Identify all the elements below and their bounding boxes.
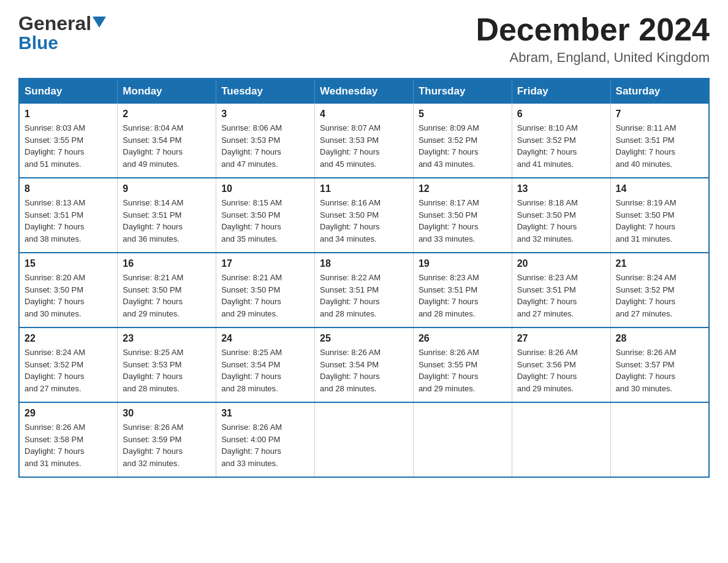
day-info: Sunrise: 8:20 AM Sunset: 3:50 PM Dayligh…: [25, 272, 112, 320]
col-friday: Friday: [512, 79, 610, 104]
sunrise-label: Sunrise: 8:26 AM: [320, 348, 381, 357]
daylight-label: Daylight: 7 hours: [123, 297, 183, 306]
table-row: 14 Sunrise: 8:19 AM Sunset: 3:50 PM Dayl…: [610, 178, 709, 253]
daylight-minutes: and 29 minutes.: [123, 309, 180, 318]
day-info: Sunrise: 8:15 AM Sunset: 3:50 PM Dayligh…: [221, 197, 309, 245]
daylight-minutes: and 27 minutes.: [517, 309, 574, 318]
day-number: 1: [25, 109, 112, 120]
daylight-label: Daylight: 7 hours: [419, 222, 479, 231]
table-row: 18 Sunrise: 8:22 AM Sunset: 3:51 PM Dayl…: [315, 253, 414, 327]
sunrise-label: Sunrise: 8:09 AM: [419, 123, 479, 132]
table-row: 30 Sunrise: 8:26 AM Sunset: 3:59 PM Dayl…: [118, 402, 216, 477]
sunrise-label: Sunrise: 8:06 AM: [221, 123, 282, 132]
table-row: 7 Sunrise: 8:11 AM Sunset: 3:51 PM Dayli…: [610, 104, 709, 178]
day-info: Sunrise: 8:26 AM Sunset: 3:54 PM Dayligh…: [320, 347, 408, 394]
daylight-minutes: and 36 minutes.: [123, 234, 180, 243]
daylight-label: Daylight: 7 hours: [320, 297, 380, 306]
daylight-minutes: and 27 minutes.: [25, 384, 82, 393]
col-saturday: Saturday: [610, 79, 709, 104]
day-info: Sunrise: 8:13 AM Sunset: 3:51 PM Dayligh…: [25, 197, 112, 245]
table-row: 27 Sunrise: 8:26 AM Sunset: 3:56 PM Dayl…: [512, 327, 610, 402]
day-number: 5: [419, 109, 507, 120]
sunrise-label: Sunrise: 8:03 AM: [25, 123, 85, 132]
sunset-label: Sunset: 3:52 PM: [25, 360, 83, 369]
daylight-minutes: and 33 minutes.: [419, 234, 476, 243]
daylight-minutes: and 45 minutes.: [320, 159, 377, 169]
day-info: Sunrise: 8:26 AM Sunset: 3:56 PM Dayligh…: [517, 347, 605, 394]
daylight-minutes: and 41 minutes.: [517, 159, 574, 169]
day-number: 10: [221, 183, 309, 194]
daylight-label: Daylight: 7 hours: [616, 297, 676, 306]
daylight-label: Daylight: 7 hours: [25, 147, 85, 156]
sunrise-label: Sunrise: 8:13 AM: [25, 198, 85, 207]
daylight-minutes: and 29 minutes.: [221, 309, 278, 318]
daylight-minutes: and 32 minutes.: [517, 234, 574, 243]
table-row: 20 Sunrise: 8:23 AM Sunset: 3:51 PM Dayl…: [512, 253, 610, 327]
daylight-minutes: and 29 minutes.: [419, 384, 476, 393]
sunset-label: Sunset: 3:55 PM: [419, 360, 477, 369]
day-info: Sunrise: 8:06 AM Sunset: 3:53 PM Dayligh…: [221, 122, 309, 170]
day-number: 20: [517, 258, 605, 269]
day-info: Sunrise: 8:24 AM Sunset: 3:52 PM Dayligh…: [25, 347, 112, 394]
day-number: 28: [616, 333, 703, 344]
sunrise-label: Sunrise: 8:25 AM: [123, 348, 183, 357]
day-number: 17: [221, 258, 309, 269]
table-row: 5 Sunrise: 8:09 AM Sunset: 3:52 PM Dayli…: [413, 104, 512, 178]
day-info: Sunrise: 8:26 AM Sunset: 3:58 PM Dayligh…: [25, 421, 112, 469]
sunset-label: Sunset: 4:00 PM: [221, 435, 280, 444]
table-row: 12 Sunrise: 8:17 AM Sunset: 3:50 PM Dayl…: [413, 178, 512, 253]
table-row: 23 Sunrise: 8:25 AM Sunset: 3:53 PM Dayl…: [118, 327, 216, 402]
sunrise-label: Sunrise: 8:24 AM: [616, 273, 677, 282]
logo: General Blue: [18, 12, 106, 53]
sunrise-label: Sunrise: 8:26 AM: [419, 348, 479, 357]
location: Abram, England, United Kingdom: [476, 50, 710, 66]
table-row: 24 Sunrise: 8:25 AM Sunset: 3:54 PM Dayl…: [216, 327, 315, 402]
day-number: 31: [221, 408, 309, 419]
day-number: 15: [25, 258, 112, 269]
daylight-minutes: and 28 minutes.: [320, 384, 377, 393]
daylight-minutes: and 28 minutes.: [320, 309, 377, 318]
day-number: 9: [123, 183, 211, 194]
table-row: 9 Sunrise: 8:14 AM Sunset: 3:51 PM Dayli…: [118, 178, 216, 253]
sunrise-label: Sunrise: 8:26 AM: [25, 423, 85, 432]
day-info: Sunrise: 8:26 AM Sunset: 3:55 PM Dayligh…: [419, 347, 507, 394]
sunset-label: Sunset: 3:59 PM: [123, 435, 181, 444]
daylight-label: Daylight: 7 hours: [25, 222, 85, 231]
table-row: 31 Sunrise: 8:26 AM Sunset: 4:00 PM Dayl…: [216, 402, 315, 477]
day-info: Sunrise: 8:17 AM Sunset: 3:50 PM Dayligh…: [419, 197, 507, 245]
daylight-label: Daylight: 7 hours: [419, 297, 479, 306]
day-number: 23: [123, 333, 211, 344]
daylight-label: Daylight: 7 hours: [517, 297, 577, 306]
sunset-label: Sunset: 3:55 PM: [25, 136, 83, 145]
daylight-label: Daylight: 7 hours: [123, 372, 183, 381]
sunset-label: Sunset: 3:54 PM: [123, 136, 181, 145]
daylight-label: Daylight: 7 hours: [320, 147, 380, 156]
day-info: Sunrise: 8:26 AM Sunset: 3:57 PM Dayligh…: [616, 347, 703, 394]
table-row: 4 Sunrise: 8:07 AM Sunset: 3:53 PM Dayli…: [315, 104, 414, 178]
sunset-label: Sunset: 3:52 PM: [419, 136, 477, 145]
sunrise-label: Sunrise: 8:26 AM: [517, 348, 578, 357]
day-number: 25: [320, 333, 408, 344]
day-number: 7: [616, 109, 703, 120]
day-number: 13: [517, 183, 605, 194]
daylight-label: Daylight: 7 hours: [616, 222, 676, 231]
day-info: Sunrise: 8:18 AM Sunset: 3:50 PM Dayligh…: [517, 197, 605, 245]
sunset-label: Sunset: 3:57 PM: [616, 360, 675, 369]
table-row: 17 Sunrise: 8:21 AM Sunset: 3:50 PM Dayl…: [216, 253, 315, 327]
table-row: [610, 402, 709, 477]
daylight-label: Daylight: 7 hours: [221, 372, 281, 381]
table-row: 15 Sunrise: 8:20 AM Sunset: 3:50 PM Dayl…: [19, 253, 118, 327]
col-tuesday: Tuesday: [216, 79, 315, 104]
sunrise-label: Sunrise: 8:18 AM: [517, 198, 578, 207]
daylight-minutes: and 38 minutes.: [25, 234, 82, 243]
sunset-label: Sunset: 3:56 PM: [517, 360, 576, 369]
day-info: Sunrise: 8:16 AM Sunset: 3:50 PM Dayligh…: [320, 197, 408, 245]
sunrise-label: Sunrise: 8:04 AM: [123, 123, 183, 132]
sunset-label: Sunset: 3:50 PM: [616, 210, 675, 220]
calendar-week-row: 15 Sunrise: 8:20 AM Sunset: 3:50 PM Dayl…: [19, 253, 709, 327]
sunrise-label: Sunrise: 8:20 AM: [25, 273, 85, 282]
daylight-minutes: and 51 minutes.: [25, 159, 82, 169]
daylight-minutes: and 31 minutes.: [25, 459, 82, 468]
table-row: 10 Sunrise: 8:15 AM Sunset: 3:50 PM Dayl…: [216, 178, 315, 253]
day-number: 21: [616, 258, 703, 269]
